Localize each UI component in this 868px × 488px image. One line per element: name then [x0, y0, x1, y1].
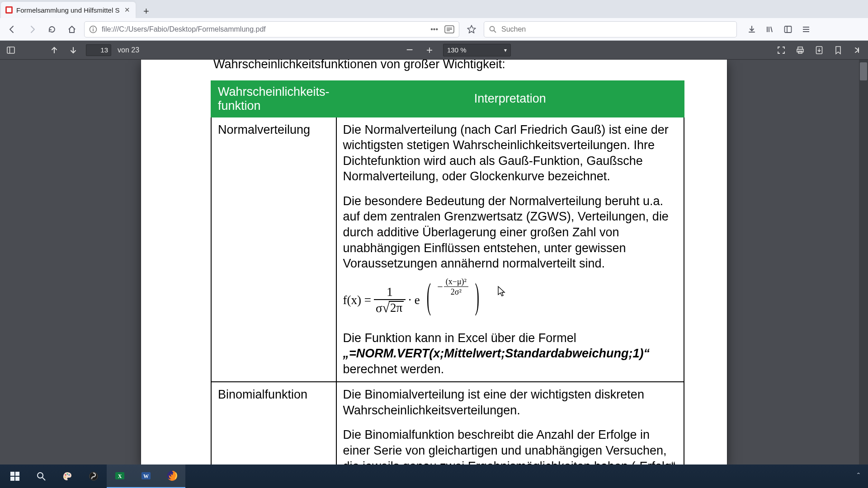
svg-rect-26 [15, 472, 19, 476]
page-actions-icon[interactable]: ••• [430, 25, 438, 33]
svg-point-34 [64, 476, 66, 478]
sidebars-icon[interactable] [780, 22, 796, 37]
svg-rect-28 [15, 477, 19, 481]
vertical-scrollbar[interactable] [859, 60, 868, 465]
pdf-total-pages-label: von 23 [118, 46, 139, 54]
pdf-page-up-icon[interactable] [48, 44, 61, 56]
pdf-zoom-select[interactable]: 130 % ▾ [443, 44, 511, 56]
windows-taskbar: X W ˆ [0, 465, 868, 488]
svg-rect-19 [7, 47, 14, 53]
dist-name-binomial: Binomialfunktion [211, 382, 336, 465]
intro-text: Wahrscheinlichkeitsfunktionen von großer… [213, 60, 655, 72]
svg-rect-27 [10, 477, 14, 481]
dist-name-normal: Normalverteilung [211, 117, 336, 382]
tab-favicon [5, 6, 13, 14]
svg-line-30 [42, 478, 45, 480]
connection-info-icon[interactable] [89, 25, 97, 33]
browser-tabstrip: Formelsammlung und Hilfsmittel S ✕ + — 🗗… [0, 0, 868, 18]
taskbar-app-paint[interactable] [54, 465, 80, 488]
table-header-left: Wahrscheinlichkeits- funktion [211, 81, 336, 117]
tab-title: Formelsammlung und Hilfsmittel S [16, 6, 119, 14]
bookmark-star-icon[interactable] [464, 22, 479, 37]
table-row: Normalverteilung Die Normalverteilung (n… [211, 117, 684, 382]
tab-close-icon[interactable]: ✕ [123, 6, 131, 14]
taskbar-app-firefox[interactable] [159, 465, 185, 488]
svg-rect-4 [93, 27, 94, 28]
browser-nav-row: file:///C:/Users/Fabio/Desktop/Formelsam… [0, 18, 868, 41]
taskbar-app-excel[interactable]: X [107, 465, 133, 488]
pdf-tools-chevron-icon[interactable] [851, 44, 863, 56]
pdf-toolbar: 13 von 23 − + 130 % ▾ [0, 41, 868, 60]
taskbar-app-word[interactable]: W [133, 465, 159, 488]
pdf-zoom-in-button[interactable]: + [423, 44, 436, 56]
start-button[interactable] [2, 465, 28, 488]
nav-reload-button[interactable] [44, 22, 60, 37]
hamburger-menu-icon[interactable] [798, 22, 814, 37]
svg-line-13 [771, 27, 772, 32]
svg-rect-25 [10, 472, 14, 476]
dist-interpretation-binomial: Die Binomialverteilung ist eine der wich… [336, 382, 684, 465]
taskbar-app-obs[interactable] [80, 465, 107, 488]
downloads-icon[interactable] [744, 22, 760, 37]
svg-line-10 [494, 30, 496, 33]
svg-point-29 [38, 473, 43, 478]
pdf-download-icon[interactable] [813, 44, 826, 56]
address-bar[interactable]: file:///C:/Users/Fabio/Desktop/Formelsam… [84, 21, 459, 38]
pdf-presentation-icon[interactable] [775, 44, 788, 56]
taskbar-tray-chevron-icon[interactable]: ˆ [851, 472, 866, 481]
svg-text:W: W [143, 473, 149, 479]
url-text: file:///C:/Users/Fabio/Desktop/Formelsam… [102, 25, 426, 33]
normal-density-formula: f(x) = 1 σ√2π · e ( − [343, 281, 677, 320]
table-row: Binomialfunktion Die Binomialverteilung … [211, 382, 684, 465]
dist-interpretation-normal: Die Normalverteilung (nach Carl Friedric… [336, 117, 684, 382]
distributions-table: Wahrscheinlichkeits- funktion Interpreta… [211, 80, 684, 465]
pdf-sidebar-toggle-icon[interactable] [5, 44, 17, 56]
scrollbar-thumb[interactable] [860, 62, 867, 80]
svg-point-32 [66, 473, 68, 474]
pdf-bookmark-icon[interactable] [832, 44, 844, 56]
svg-rect-22 [797, 49, 803, 52]
pdf-zoom-value: 130 % [447, 46, 467, 54]
pdf-zoom-out-button[interactable]: − [403, 44, 416, 56]
svg-rect-1 [7, 8, 11, 12]
library-icon[interactable] [762, 22, 778, 37]
svg-point-31 [65, 474, 66, 475]
search-input[interactable] [501, 25, 732, 33]
pdf-zoom-chevron-icon: ▾ [504, 47, 507, 53]
pdf-page: Wahrscheinlichkeitsfunktionen von großer… [141, 60, 727, 465]
search-icon [489, 25, 497, 33]
search-bar[interactable] [484, 21, 737, 38]
svg-point-33 [68, 474, 70, 475]
pdf-print-icon[interactable] [794, 44, 807, 56]
table-header-right: Interpretation [336, 81, 684, 117]
pdf-page-down-icon[interactable] [67, 44, 80, 56]
new-tab-button[interactable]: + [138, 5, 154, 18]
taskbar-search-icon[interactable] [28, 465, 54, 488]
pdf-current-page-input[interactable]: 13 [86, 44, 111, 56]
pdf-viewport[interactable]: Wahrscheinlichkeitsfunktionen von großer… [0, 60, 868, 465]
svg-text:X: X [118, 473, 122, 479]
reader-mode-icon[interactable] [444, 25, 454, 33]
nav-home-button[interactable] [64, 22, 80, 37]
svg-rect-14 [785, 26, 792, 33]
svg-point-9 [490, 26, 495, 31]
svg-rect-3 [93, 28, 94, 31]
browser-tab[interactable]: Formelsammlung und Hilfsmittel S ✕ [1, 2, 136, 18]
nav-forward-button[interactable] [24, 22, 40, 37]
nav-back-button[interactable] [5, 22, 20, 37]
